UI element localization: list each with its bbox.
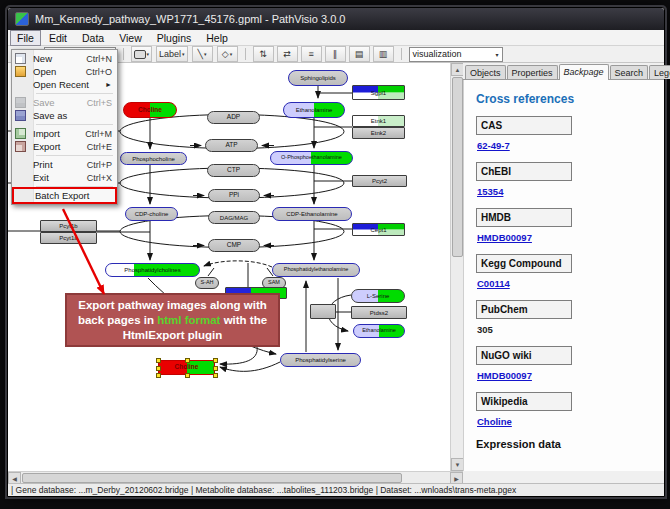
vertical-scroll-thumb[interactable] xyxy=(452,77,463,257)
menu-bar: FileEditDataViewPluginsHelp xyxy=(8,30,664,46)
backpage-value-link[interactable]: C00114 xyxy=(477,278,664,289)
tab-objects[interactable]: Objects xyxy=(465,65,506,79)
pathway-node-label: Phosphatidylserine xyxy=(295,357,346,363)
selection-handle[interactable] xyxy=(156,373,161,378)
pathway-node-pcyt1b[interactable]: Pcyt1b xyxy=(40,220,97,232)
backpage-value-link[interactable]: Choline xyxy=(477,416,664,427)
align-button-0[interactable]: ⇅ xyxy=(253,46,274,62)
pathway-node-phosphatidylserine[interactable]: Phosphatidylserine xyxy=(280,353,361,367)
pathway-node-etnk2[interactable]: Etnk2 xyxy=(352,127,405,139)
pathway-node-pcyt2[interactable]: Pcyt2 xyxy=(352,175,407,187)
menu-item-shortcut: Ctrl+O xyxy=(86,67,112,77)
backpage-value-link[interactable]: 15354 xyxy=(477,186,664,197)
backpage-section: CAS62-49-7 xyxy=(476,116,664,151)
pathway-node-stub-box[interactable] xyxy=(310,304,336,319)
backpage-value-link[interactable]: HMDB00097 xyxy=(477,370,664,381)
line-tool-button[interactable]: ╲▾ xyxy=(192,46,213,62)
selection-handle[interactable] xyxy=(156,366,161,371)
pathway-node-label: L-Serine xyxy=(367,293,390,299)
tab-search[interactable]: Search xyxy=(610,65,649,79)
callout-highlight: html format xyxy=(157,314,220,326)
selection-handle[interactable] xyxy=(185,358,190,363)
backpage-value-link[interactable]: 62-49-7 xyxy=(477,140,664,151)
shape-tool-button[interactable]: ◇▾ xyxy=(217,46,238,62)
menu-view[interactable]: View xyxy=(112,30,149,46)
file-menu-item-open-recent[interactable]: Open Recent► xyxy=(12,78,117,91)
pathway-node-ppi[interactable]: PPi xyxy=(208,189,260,202)
file-menu-popup: NewCtrl+NOpenCtrl+OOpen Recent►SaveCtrl+… xyxy=(11,49,118,205)
selection-handle[interactable] xyxy=(185,373,190,378)
new-file-icon xyxy=(15,53,26,64)
align-button-2[interactable]: ≡ xyxy=(301,46,322,62)
menu-edit[interactable]: Edit xyxy=(42,30,74,46)
file-menu-item-import[interactable]: ImportCtrl+M xyxy=(12,127,117,140)
visualization-combobox[interactable]: visualization ▾ xyxy=(409,47,503,62)
title-bar[interactable]: Mm_Kennedy_pathway_WP1771_45176.gpml - P… xyxy=(8,8,664,30)
pathway-node-phosphatidylethanolamine[interactable]: Phosphatidylethanolamine xyxy=(272,263,360,277)
pathway-node-label: Phosphocholine xyxy=(132,156,175,162)
canvas-vertical-scrollbar[interactable]: ▲ ▼ xyxy=(450,63,463,471)
pathway-node-cmp[interactable]: CMP xyxy=(208,239,260,252)
pathway-node-etnk1[interactable]: Etnk1 xyxy=(352,115,405,127)
pathway-node-ethanolamine-top[interactable]: Ethanolamine xyxy=(283,102,345,118)
selection-handle[interactable] xyxy=(213,358,218,363)
backpage-section: HMDBHMDB00097 xyxy=(476,208,664,243)
pathway-node-dag[interactable]: DAG/MAG xyxy=(208,211,260,224)
pathway-node-phosphocholine[interactable]: Phosphocholine xyxy=(120,152,187,165)
menu-plugins[interactable]: Plugins xyxy=(150,30,198,46)
pathway-node-ctp[interactable]: CTP xyxy=(207,164,260,177)
horizontal-scroll-thumb[interactable] xyxy=(22,473,402,483)
pathway-node-ethanolamine-bottom[interactable]: Ethanolamine xyxy=(353,324,405,338)
backpage-value-link[interactable]: HMDB00097 xyxy=(477,232,664,243)
selection-handle[interactable] xyxy=(213,373,218,378)
backpage-panel: Cross references CAS62-49-7ChEBI15354HMD… xyxy=(463,80,664,471)
align-button-4[interactable]: ▤ xyxy=(349,46,370,62)
tab-legend[interactable]: Legend xyxy=(649,65,670,79)
pathway-node-cdp-choline[interactable]: CDP-choline xyxy=(125,207,178,221)
file-menu-item-exit[interactable]: ExitCtrl+X xyxy=(12,171,117,184)
backpage-header-kegg-compound: Kegg Compound xyxy=(476,254,572,273)
menu-item-label: Save xyxy=(33,97,87,108)
pathway-node-o-phosphoethanolamine[interactable]: O-Phosphoethanolamine xyxy=(270,151,353,165)
pathway-node-adp[interactable]: ADP xyxy=(207,111,260,124)
toolbar-separator xyxy=(245,48,246,60)
pathway-node-pcyt1a[interactable]: Pcyt1a xyxy=(40,232,97,244)
align-button-5[interactable]: ▥ xyxy=(373,46,394,62)
pathway-node-l-serine[interactable]: L-Serine xyxy=(351,289,405,303)
align-button-3[interactable]: ∥ xyxy=(325,46,346,62)
selection-handle[interactable] xyxy=(213,366,218,371)
file-menu-item-new[interactable]: NewCtrl+N xyxy=(12,52,117,65)
file-menu-item-print[interactable]: PrintCtrl+P xyxy=(12,158,117,171)
save-as-icon xyxy=(15,110,26,121)
pathway-node-sgpl1[interactable]: Sgpl1 xyxy=(352,85,405,100)
tab-backpage[interactable]: Backpage xyxy=(559,64,609,80)
pathway-node-label: Ethanolamine xyxy=(362,328,396,334)
pathway-node-cdp-ethanolamine[interactable]: CDP-Ethanolamine xyxy=(272,207,352,221)
align-button-1[interactable]: ⇄ xyxy=(277,46,298,62)
menu-help[interactable]: Help xyxy=(199,30,235,46)
pathway-node-label: S-AH xyxy=(200,280,213,286)
pathway-node-sphingolipids[interactable]: Sphingolipids xyxy=(288,70,348,86)
tab-properties[interactable]: Properties xyxy=(507,65,558,79)
pathway-node-atp[interactable]: ATP xyxy=(205,139,258,152)
file-menu-item-save-as[interactable]: Save as xyxy=(12,109,117,122)
selection-handle[interactable] xyxy=(156,358,161,363)
label-tool-button[interactable]: Label▾ xyxy=(156,46,188,62)
gene-tool-button[interactable]: ▾ xyxy=(131,46,153,62)
pathway-node-cept1[interactable]: Cept1 xyxy=(352,223,405,236)
submenu-arrow-icon: ► xyxy=(105,81,112,88)
file-menu-item-open[interactable]: OpenCtrl+O xyxy=(12,65,117,78)
pathway-node-choline-bottom[interactable]: Choline xyxy=(158,360,215,375)
menu-file[interactable]: File xyxy=(10,30,41,46)
canvas-horizontal-scrollbar[interactable]: ◀ ▶ xyxy=(8,471,463,483)
pathway-node-ptdss2[interactable]: Ptdss2 xyxy=(351,306,407,319)
menu-item-label: Print xyxy=(33,159,87,170)
file-menu-item-batch-export[interactable]: Batch Export xyxy=(14,189,115,202)
pathway-node-phosphatidylcholines[interactable]: Phosphatidylcholines xyxy=(105,263,200,277)
pathway-node-choline-top[interactable]: Choline xyxy=(123,102,177,118)
menu-separator xyxy=(36,186,113,187)
pathway-node-label: Choline xyxy=(138,107,162,114)
file-menu-item-export[interactable]: ExportCtrl+E xyxy=(12,140,117,153)
menu-data[interactable]: Data xyxy=(75,30,111,46)
pathway-node-sah[interactable]: S-AH xyxy=(195,277,219,289)
